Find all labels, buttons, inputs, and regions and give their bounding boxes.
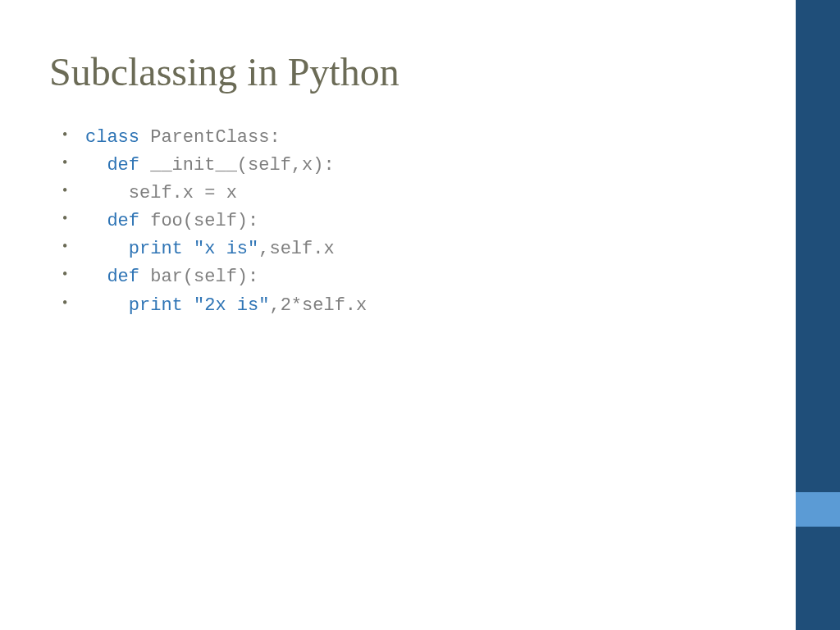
code-text: self.x = x (129, 183, 237, 203)
keyword: print (129, 295, 183, 316)
code-line: class ParentClass: (62, 124, 746, 152)
code-text: foo(self): (139, 211, 258, 231)
code-text: ParentClass: (139, 127, 281, 148)
keyword: def (107, 211, 139, 231)
keyword: def (107, 155, 139, 176)
code-text: ,self.x (258, 239, 334, 259)
string-literal: "x is" (194, 239, 258, 259)
code-line: self.x = x (62, 180, 746, 208)
indent (85, 295, 129, 316)
indent (85, 239, 129, 259)
code-text: ,2*self.x (269, 295, 367, 316)
code-block: class ParentClass: def __init__(self,x):… (49, 124, 746, 320)
keyword: print (129, 239, 183, 259)
code-line: def __init__(self,x): (62, 152, 746, 180)
code-text: __init__ (139, 155, 237, 176)
indent (85, 267, 107, 287)
code-line: print "x is",self.x (62, 235, 746, 263)
code-line: print "2x is",2*self.x (62, 292, 746, 320)
space (183, 295, 194, 316)
keyword: def (107, 267, 139, 287)
string-literal: "2x is" (194, 295, 269, 316)
code-text: bar(self): (139, 267, 258, 287)
sidebar-accent-band (796, 492, 840, 527)
code-text: (self,x): (237, 155, 335, 176)
space (183, 239, 194, 259)
indent (85, 183, 129, 203)
slide-title: Subclassing in Python (49, 49, 746, 94)
keyword: class (85, 127, 139, 148)
indent (85, 211, 107, 231)
code-line: def bar(self): (62, 263, 746, 291)
slide-body: Subclassing in Python class ParentClass:… (0, 0, 796, 630)
sidebar-dark-band (796, 0, 840, 630)
indent (85, 155, 107, 176)
code-line: def foo(self): (62, 208, 746, 235)
